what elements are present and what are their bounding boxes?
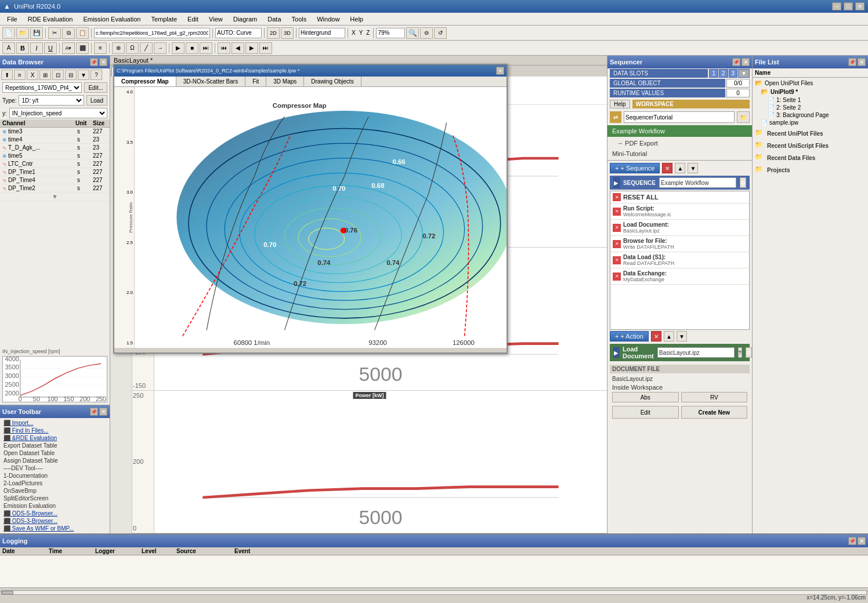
comp-close-btn[interactable]: ✕: [496, 67, 504, 75]
browser-icon4[interactable]: ⊡: [52, 70, 64, 80]
emission-item[interactable]: Emission Evaluation: [2, 502, 107, 510]
menu-help[interactable]: Help: [345, 14, 368, 24]
channel-row-time4[interactable]: ⊕ time4 s 23: [0, 136, 110, 144]
sample-ipw-file[interactable]: 📄 sample.ipw: [754, 119, 867, 126]
add-action-btn[interactable]: + + Action: [610, 331, 649, 342]
close-button[interactable]: ✕: [855, 2, 865, 10]
tab-compressor-map[interactable]: Compressor Map: [114, 77, 176, 86]
add-sequence-btn[interactable]: + + Sequence: [610, 163, 660, 173]
tab-fit[interactable]: Fit: [245, 77, 266, 86]
italic-btn[interactable]: I: [30, 42, 43, 54]
data-exchange-x-btn[interactable]: ✕: [613, 273, 621, 281]
ods3-link[interactable]: ⬛ ODS-3-Browser...: [2, 517, 107, 525]
seq-gear-btn[interactable]: ⚙: [740, 177, 746, 188]
stop-btn[interactable]: ■: [186, 42, 198, 54]
assign-dataset-item[interactable]: Assign Dataset Table: [2, 457, 107, 464]
zoom-combo[interactable]: [376, 28, 405, 38]
mini-tutorial-btn[interactable]: Mini-Tutorial: [607, 148, 752, 159]
cut-btn[interactable]: ✂: [48, 27, 61, 39]
import-link[interactable]: ⬛ Import...: [2, 419, 107, 427]
menu-diagram[interactable]: Diagram: [229, 14, 262, 24]
export-dataset-item[interactable]: Export Dataset Table: [2, 442, 107, 449]
edit-doc-btn[interactable]: Edit: [612, 406, 679, 419]
slot-3-btn[interactable]: 3: [729, 69, 738, 78]
logging-pin-btn[interactable]: 📌: [848, 537, 856, 545]
example-workflow-btn[interactable]: Example Workflow: [607, 125, 752, 137]
menu-rde[interactable]: RDE Evaluation: [23, 14, 78, 24]
browse-file-x-btn[interactable]: ✕: [613, 240, 621, 248]
channel-row-dp2[interactable]: ∿ DP_Time2 s 227: [0, 184, 110, 192]
tab-3d-nox[interactable]: 3D-NOx-Scatter Bars: [176, 77, 245, 86]
auto-curve-combo[interactable]: [215, 28, 262, 38]
channel-row-ltc[interactable]: ∿ LTC_Cntr s 227: [0, 160, 110, 168]
load-doc-gear-btn[interactable]: ⚙: [746, 347, 752, 358]
path-combo[interactable]: [94, 28, 210, 38]
file-list-close-btn[interactable]: ✕: [858, 58, 866, 66]
load-button[interactable]: Load: [86, 95, 107, 106]
load-doc-play-btn[interactable]: ▶: [613, 347, 619, 358]
browser-icon6[interactable]: ▼: [78, 70, 89, 80]
create-new-btn[interactable]: Create New: [681, 406, 748, 419]
channel-row-dp1[interactable]: ∿ DP_Time1 s 227: [0, 168, 110, 176]
documentation-item[interactable]: 1-Documentation: [2, 472, 107, 480]
recent-uniscript-section[interactable]: 📁 Recent UniScript Files: [754, 139, 867, 151]
restore-button[interactable]: □: [844, 2, 853, 10]
file-combo[interactable]: Repetitions_176WD_Pt4_C: [2, 82, 82, 93]
seq-help-btn[interactable]: Help: [610, 100, 630, 108]
format-btn1[interactable]: A: [2, 42, 15, 54]
tab-drawing-objects[interactable]: Drawing Objects: [304, 77, 361, 86]
refresh-btn[interactable]: ↺: [434, 27, 447, 39]
paste-btn[interactable]: 📋: [76, 27, 89, 39]
menu-tools[interactable]: Tools: [287, 14, 312, 24]
slot-more-btn[interactable]: ▼: [738, 69, 750, 78]
save-wmf-link[interactable]: ⬛ Save As WMF or BMP...: [2, 525, 107, 532]
hintergrund-combo[interactable]: [299, 28, 345, 38]
channel-row-tdagk[interactable]: ∿ T_D_Agk_... s 23: [0, 144, 110, 152]
seite2-file[interactable]: 📄 2: Seite 2: [754, 104, 867, 111]
abs-btn[interactable]: Abs: [612, 392, 679, 402]
user-toolbar-close-btn[interactable]: ✕: [99, 408, 107, 416]
browser-icon1[interactable]: ≡: [14, 70, 26, 80]
underline-btn[interactable]: U: [44, 42, 57, 54]
browser-help-btn[interactable]: ?: [91, 70, 102, 80]
browser-icon5[interactable]: ⊟: [65, 70, 77, 80]
pdf-export-btn[interactable]: → PDF Export: [607, 138, 752, 148]
user-toolbar-pin-btn[interactable]: 📌: [90, 408, 98, 416]
menu-template[interactable]: Template: [146, 14, 182, 24]
load-doc-x-btn[interactable]: ✕: [613, 224, 621, 232]
minimize-button[interactable]: ─: [832, 2, 841, 10]
tab-3d-maps[interactable]: 3D Maps: [266, 77, 304, 86]
nav-prev-btn[interactable]: ◀: [232, 42, 244, 54]
zoom-out-btn[interactable]: ⊖: [420, 27, 433, 39]
channel-row-dp4[interactable]: ∿ DP_Time4 s 227: [0, 176, 110, 184]
remove-sequence-btn[interactable]: ✕: [662, 163, 672, 173]
loadpictures-item[interactable]: 2-LoadPictures: [2, 480, 107, 487]
action-arrow-up-btn[interactable]: ▲: [664, 331, 674, 342]
open-dataset-item[interactable]: Open Dataset Table: [2, 449, 107, 457]
remove-action-btn[interactable]: ✕: [651, 331, 661, 342]
play-btn[interactable]: ▶: [172, 42, 185, 54]
nav-next-btn[interactable]: ▶: [245, 42, 258, 54]
load-doc-combo[interactable]: [657, 347, 735, 358]
color-btn[interactable]: A▾: [62, 42, 75, 54]
menu-view[interactable]: View: [204, 14, 227, 24]
load-doc-help-btn[interactable]: ?: [738, 347, 742, 358]
copy-btn[interactable]: ⧉: [62, 27, 75, 39]
channel-row-time5[interactable]: ⊕ time5 s 227: [0, 152, 110, 160]
seq-pin-btn[interactable]: 📌: [732, 58, 740, 66]
seq-play-btn[interactable]: ▶: [613, 177, 620, 188]
recent-data-section[interactable]: 📁 Recent Data Files: [754, 151, 867, 163]
insert-btn[interactable]: ⊕: [112, 42, 125, 54]
rde-eval-link[interactable]: ⬛ &RDE Evaluation: [2, 434, 107, 442]
workspace-combo[interactable]: [624, 111, 735, 123]
seq-close-btn[interactable]: ✕: [742, 58, 750, 66]
3d-btn[interactable]: 3D: [281, 27, 294, 39]
seite1-file[interactable]: 📄 1: Seite 1: [754, 96, 867, 104]
y-combo[interactable]: IN_Injection_speed: [9, 108, 107, 118]
background-page-file[interactable]: 📄 3: Background Page: [754, 111, 867, 119]
seq-arrow-up-btn[interactable]: ▲: [675, 163, 685, 173]
open-btn[interactable]: 📁: [16, 27, 29, 39]
projects-section[interactable]: 📁 Projects: [754, 163, 867, 175]
pin-btn[interactable]: 📌: [90, 58, 98, 66]
nav-last-btn[interactable]: ⏭: [259, 42, 272, 54]
